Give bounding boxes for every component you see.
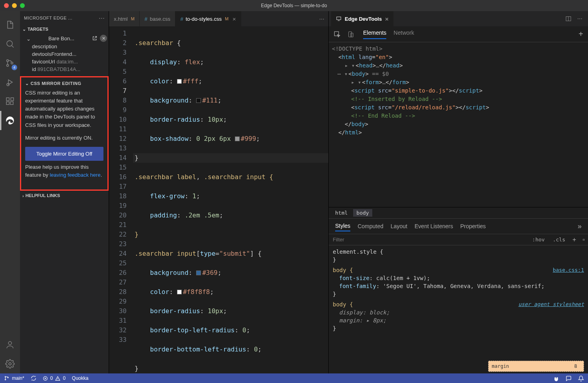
toggle-mirror-editing-button[interactable]: Toggle Mirror Editing Off <box>25 147 103 161</box>
target-name: Bare Bon... <box>33 36 89 41</box>
mirror-editing-head[interactable]: ⌄ CSS MIRROR EDITING <box>25 81 103 86</box>
svg-point-2 <box>7 65 9 67</box>
status-bar: main* 0 0 Quokka <box>0 373 588 383</box>
feedback-icon[interactable] <box>566 375 572 381</box>
extensions-icon[interactable] <box>0 92 20 111</box>
activity-bar: 4 <box>0 11 20 373</box>
svg-point-3 <box>11 62 13 64</box>
devtools-tab-more-icon[interactable]: ⋯ <box>577 16 582 22</box>
chevron-right-icon: › <box>22 193 24 198</box>
breadcrumb-html[interactable]: html <box>332 209 351 217</box>
styles-filter-input[interactable] <box>329 234 528 245</box>
problems-status[interactable]: 0 0 <box>43 375 66 381</box>
target-row[interactable]: ⌄ Bare Bon... ✕ <box>20 34 109 43</box>
styles-tab[interactable]: Styles <box>335 221 350 231</box>
edge-devtools-icon[interactable] <box>0 111 20 130</box>
add-tab-icon[interactable]: + <box>578 30 583 39</box>
maximize-window-button[interactable] <box>20 3 25 8</box>
sync-button[interactable] <box>31 375 36 381</box>
helpful-links-head[interactable]: › HELPFUL LINKS <box>20 191 109 200</box>
devtools-toolbar: Elements Network + <box>329 26 588 42</box>
tab-base-css[interactable]: #base.css <box>140 11 176 26</box>
target-prop-devtools: devtoolsFrontend... <box>32 50 109 58</box>
target-prop-description: description <box>32 43 109 50</box>
sidebar: MICROSOFT EDGE ... ⋯ ⌄ TARGETS ⌄ Bare Bo… <box>20 11 109 373</box>
code-content[interactable]: .searchbar { display: flex; color: #fff;… <box>133 26 328 373</box>
notifications-icon[interactable] <box>578 375 584 381</box>
svg-rect-13 <box>334 32 339 36</box>
close-window-button[interactable] <box>4 3 9 8</box>
svg-point-17 <box>5 379 6 380</box>
mirror-editing-feedback: Please help us improve this feature by l… <box>25 163 103 179</box>
dom-tree[interactable]: <!DOCTYPE html> <html lang="en"> ▸ ▾<hea… <box>329 42 588 207</box>
chevron-down-icon: ⌄ <box>22 27 26 32</box>
event-listeners-tab[interactable]: Event Listeners <box>415 221 453 231</box>
sidebar-header: MICROSOFT EDGE ... ⋯ <box>20 11 109 25</box>
elements-tab[interactable]: Elements <box>363 30 386 39</box>
code-view[interactable]: 1234567891011121314151617181920212223242… <box>109 26 328 373</box>
hov-toggle[interactable]: :hov <box>528 237 548 243</box>
svg-rect-6 <box>6 102 9 105</box>
properties-tab[interactable]: Properties <box>460 221 486 231</box>
sync-icon <box>31 375 36 381</box>
chevron-down-icon: ⌄ <box>26 36 31 42</box>
source-control-icon[interactable]: 4 <box>0 53 20 73</box>
copilot-icon[interactable] <box>553 375 559 381</box>
styles-pane-menu-icon[interactable]: ▫ <box>579 236 588 243</box>
box-model[interactable]: margin 8 <box>488 361 584 372</box>
close-target-icon[interactable]: ✕ <box>100 35 107 42</box>
error-icon <box>43 376 48 381</box>
svg-rect-15 <box>351 33 353 37</box>
css-mirror-editing-panel: ⌄ CSS MIRROR EDITING CSS mirror editing … <box>20 76 109 191</box>
devtools-tab[interactable]: Edge DevTools × <box>331 11 393 26</box>
svg-rect-8 <box>11 98 14 101</box>
device-toggle-icon[interactable] <box>347 31 354 38</box>
external-link-icon[interactable] <box>92 36 97 41</box>
computed-tab[interactable]: Computed <box>358 221 383 231</box>
svg-rect-7 <box>10 102 13 105</box>
scm-badge: 4 <box>12 65 17 70</box>
cls-toggle[interactable]: .cls <box>549 237 569 243</box>
stylesheet-link[interactable]: base.css:1 <box>553 266 584 274</box>
breadcrumb-body[interactable]: body <box>353 209 372 217</box>
debug-icon[interactable] <box>0 73 20 92</box>
explorer-icon[interactable] <box>0 15 20 34</box>
titlebar: Edge DevTools — simple-to-do <box>0 0 588 11</box>
editor: x.htmlM #base.css #to-do-styles.cssM× ⋯ … <box>109 11 329 373</box>
close-devtools-icon[interactable]: × <box>385 16 389 22</box>
layout-tab[interactable]: Layout <box>391 221 407 231</box>
target-properties: description devtoolsFrontend... faviconU… <box>20 43 109 73</box>
styles-more-icon[interactable]: » <box>578 222 582 231</box>
close-tab-icon[interactable]: × <box>232 16 236 22</box>
feedback-link[interactable]: leaving feedback here <box>50 172 100 178</box>
mirror-editing-description: CSS mirror editing is an experimental fe… <box>25 89 103 129</box>
window-controls <box>4 3 25 8</box>
git-branch[interactable]: main* <box>4 375 24 381</box>
tab-html[interactable]: x.htmlM <box>109 11 140 26</box>
targets-section-head[interactable]: ⌄ TARGETS <box>20 25 109 33</box>
new-style-rule-icon[interactable]: + <box>569 236 579 243</box>
split-editor-icon[interactable] <box>565 16 572 22</box>
minimize-window-button[interactable] <box>12 3 17 8</box>
network-tab[interactable]: Network <box>393 30 414 39</box>
svg-point-10 <box>9 363 11 365</box>
tab-todo-styles[interactable]: #to-do-styles.cssM× <box>175 11 241 26</box>
settings-gear-icon[interactable] <box>0 354 20 373</box>
editor-more-icon[interactable]: ⋯ <box>319 16 324 22</box>
svg-rect-5 <box>6 98 9 101</box>
styles-filter-row: :hov .cls + ▫ <box>329 234 588 245</box>
quokka-status[interactable]: Quokka <box>72 375 88 381</box>
warning-icon <box>55 376 60 381</box>
svg-rect-14 <box>349 32 352 37</box>
devtools-panel: Edge DevTools × ⋯ Elements Networ <box>329 11 588 373</box>
inspect-icon[interactable] <box>334 31 341 38</box>
branch-icon <box>4 375 10 381</box>
targets-label: TARGETS <box>28 27 48 32</box>
sidebar-more-icon[interactable]: ⋯ <box>99 14 105 22</box>
search-icon[interactable] <box>0 34 20 53</box>
account-icon[interactable] <box>0 335 20 354</box>
styles-body[interactable]: element.style { } body {base.css:1 font-… <box>329 245 588 373</box>
ua-stylesheet-label: user agent stylesheet <box>518 300 584 308</box>
svg-point-0 <box>7 41 12 46</box>
mirror-editing-status: Mirror editing is currently ON. <box>25 134 103 142</box>
